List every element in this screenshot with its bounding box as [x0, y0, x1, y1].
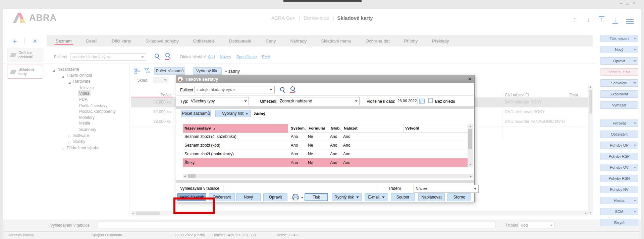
maximize-icon[interactable]: □: [626, 1, 633, 6]
scope-link-kod[interactable]: Kód: [208, 55, 215, 59]
tree-item-videa[interactable]: Videa: [47, 90, 128, 96]
report-row[interactable]: ŠtítkyAnoNeAnoAno: [183, 158, 468, 167]
dropdown-icon[interactable]: [634, 145, 636, 146]
selected-filter-button[interactable]: Vybraný filtr:: [193, 67, 222, 75]
scroll-up-icon[interactable]: ▲: [588, 85, 593, 88]
dropdown-icon[interactable]: [634, 211, 636, 213]
scope-link-nazev[interactable]: Název: [220, 55, 231, 59]
dropdown-icon[interactable]: [634, 60, 636, 62]
agenda-card-skladove-karty[interactable]: Skladové karty: [7, 65, 43, 79]
action-button-scm[interactable]: SCM: [600, 208, 638, 215]
minimize-icon[interactable]: –: [620, 1, 626, 6]
dialog-button-opravit[interactable]: Opravit: [263, 193, 287, 201]
tree-item-nezarazene[interactable]: ◢Nezařazené: [47, 66, 128, 72]
collapsed-arrow-icon[interactable]: ▷: [68, 139, 71, 145]
action-button-zkopirovat[interactable]: Zkopírovat: [600, 90, 638, 98]
regardless-checkbox[interactable]: [428, 98, 433, 103]
search-in-found-icon[interactable]: [290, 86, 295, 91]
tree-item-media[interactable]: Média: [47, 120, 128, 126]
scroll-left-icon[interactable]: ◄: [183, 175, 186, 178]
scroll-down-icon[interactable]: ▼: [588, 212, 593, 215]
tab-odberatele[interactable]: Odběratelé: [193, 35, 215, 47]
action-button-opravit[interactable]: Opravit: [600, 57, 638, 65]
tree-item-pocitac-komponenty[interactable]: Počítač.komponenty: [47, 108, 128, 114]
dialog-button-naplanovat[interactable]: Naplánovat: [418, 193, 445, 201]
window-controls[interactable]: –□×: [620, 1, 639, 6]
dropdown-icon[interactable]: [382, 196, 385, 198]
scrollbar-thumb[interactable]: [468, 129, 472, 149]
scrollbar-thumb[interactable]: [589, 90, 592, 113]
tree-item-monitory[interactable]: Monitory: [47, 114, 128, 121]
search-in-found-icon[interactable]: [165, 53, 170, 57]
collapsed-arrow-icon[interactable]: ▷: [62, 146, 64, 152]
dialog-button-rychly-tisk[interactable]: Rychlý tisk: [332, 193, 362, 201]
tab-preklady[interactable]: Překlady: [432, 35, 449, 47]
chevron-down-icon[interactable]: [270, 89, 272, 91]
tab-nahrady[interactable]: Náhrady: [290, 35, 307, 47]
action-button-skryte[interactable]: Skryté: [600, 219, 638, 226]
tree-item-hardware[interactable]: ◢Hardware: [47, 78, 128, 84]
column-header-date[interactable]: Datu...: [570, 93, 581, 97]
type-select[interactable]: Všechny typy: [189, 97, 249, 105]
arrow-down-icon[interactable]: ↓: [585, 16, 592, 24]
search-icon[interactable]: [155, 54, 159, 58]
sort-select[interactable]: Kód: [519, 222, 555, 228]
dropdown-icon[interactable]: [634, 167, 636, 168]
action-button-pohyby-rsn[interactable]: Pohyby RSN: [600, 175, 638, 182]
printer-icon[interactable]: [292, 194, 299, 201]
tree-item-televize[interactable]: Televize: [47, 85, 128, 91]
action-button-pohyby-rsp[interactable]: Pohyby RSP: [600, 153, 638, 160]
chevron-down-icon[interactable]: [141, 56, 144, 58]
action-button-hledat[interactable]: Hledat: [600, 197, 638, 204]
arrow-up-icon[interactable]: ↑: [571, 16, 579, 24]
column-header-offer[interactable]: Nabízet: [342, 124, 402, 133]
dropdown-icon[interactable]: [634, 82, 636, 84]
scroll-right-icon[interactable]: ►: [585, 212, 587, 215]
tab-ochrana-dat[interactable]: Ochrana dat: [366, 35, 390, 47]
tree-item-sluzby[interactable]: ▷Služby: [47, 139, 128, 145]
vertical-scrollbar[interactable]: ▲ ▼: [588, 85, 593, 215]
column-header-global[interactable]: Glob...: [329, 124, 341, 133]
tree-item-scannery[interactable]: Scannery: [47, 127, 128, 133]
column-header-form[interactable]: Formulář: [307, 124, 328, 133]
dropdown-icon[interactable]: [634, 123, 636, 124]
action-button-filtrovat[interactable]: Filtrovat: [600, 119, 638, 127]
dropdown-icon[interactable]: [634, 49, 636, 51]
dialog-button-storno[interactable]: Storno: [447, 193, 471, 201]
filter-tree-icon[interactable]: [144, 68, 150, 74]
column-header-system[interactable]: Systém...: [289, 124, 306, 133]
search-icon[interactable]: [280, 87, 284, 91]
tree-item-pda[interactable]: PDA: [47, 96, 128, 102]
tree-item-pocitac-sestavy[interactable]: Počítač.sestavy: [47, 103, 128, 109]
tab-dilci-karty[interactable]: Dílčí karty: [112, 35, 131, 47]
scope-link-specifikace[interactable]: Specifikace: [236, 55, 257, 59]
scrollbar-thumb[interactable]: [188, 174, 196, 178]
dialog-horizontal-scrollbar[interactable]: ◄ ►: [183, 174, 473, 178]
action-button-pohyby-ov[interactable]: Pohyby OV: [600, 164, 638, 171]
tab-prilohy[interactable]: Přílohy: [404, 35, 418, 47]
action-button-pohyby-op[interactable]: Pohyby OP: [600, 142, 638, 149]
action-button-pohyby-nv[interactable]: Pohyby NV: [600, 186, 638, 193]
scroll-right-icon[interactable]: ►: [470, 175, 472, 178]
agenda-card-definice-prekladu[interactable]: Definice překladů: [7, 48, 43, 62]
dialog-vertical-scrollbar[interactable]: ▲ ▼: [468, 124, 473, 167]
column-header-foreign-name[interactable]: Cizí název: [505, 93, 529, 97]
scroll-down-icon[interactable]: ▼: [468, 163, 473, 166]
table-search-input[interactable]: [98, 222, 495, 228]
dialog-fulltext-input[interactable]: [195, 86, 275, 93]
add-agenda-button[interactable]: +: [11, 37, 18, 46]
report-row[interactable]: Seznam zboží (č. sazebníku)AnoNeAnoAno: [183, 132, 468, 141]
warehouse-select[interactable]: [153, 77, 168, 83]
close-agenda-button[interactable]: ✕: [31, 38, 39, 45]
printer-dropdown-icon[interactable]: [301, 197, 304, 198]
dialog-button-novy[interactable]: Nový: [236, 193, 261, 201]
tab-ceny[interactable]: Ceny: [266, 35, 276, 47]
restriction-select[interactable]: Zobrazit nabízené: [278, 97, 360, 105]
dropdown-icon[interactable]: [356, 196, 359, 198]
fulltext-input[interactable]: [70, 53, 146, 61]
scope-link-ean[interactable]: EAN: [262, 55, 270, 59]
tree-item-hlavni-cinnost[interactable]: ◢Hlavní činnost: [47, 72, 128, 78]
tree-item-pridruzena-vyroba[interactable]: ▷Přidružená výroba: [47, 145, 128, 151]
column-option-icon[interactable]: [526, 93, 529, 96]
dialog-titlebar[interactable]: Tiskové sestavy ×: [176, 75, 474, 83]
